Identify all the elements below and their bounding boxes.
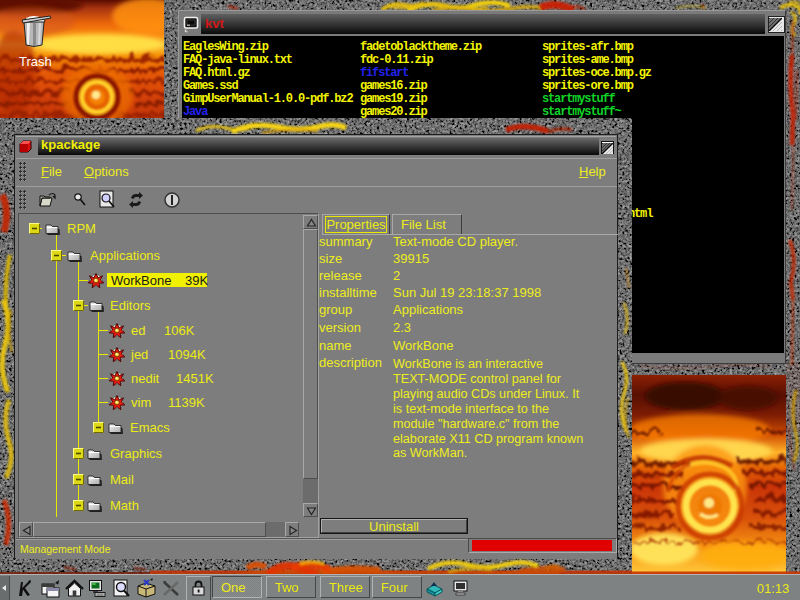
svg-text:ed: ed	[131, 323, 145, 338]
svg-text:jed: jed	[130, 347, 148, 362]
svg-text:1451K: 1451K	[176, 371, 214, 386]
svg-text:nedit: nedit	[131, 371, 160, 386]
svg-text:1094K: 1094K	[168, 347, 206, 362]
svg-text:1139K: 1139K	[168, 395, 205, 410]
svg-text:vim: vim	[131, 395, 151, 410]
svg-text:Graphics: Graphics	[110, 446, 163, 461]
svg-text:106K: 106K	[164, 323, 195, 338]
svg-text:WorkBone: WorkBone	[111, 273, 171, 288]
svg-text:39K: 39K	[185, 273, 208, 288]
svg-text:Math: Math	[110, 498, 139, 513]
svg-text:RPM: RPM	[67, 221, 96, 236]
svg-text:Emacs: Emacs	[130, 420, 170, 435]
svg-text:Editors: Editors	[110, 298, 151, 313]
svg-text:Mail: Mail	[110, 472, 134, 487]
svg-text:Applications: Applications	[90, 248, 161, 263]
